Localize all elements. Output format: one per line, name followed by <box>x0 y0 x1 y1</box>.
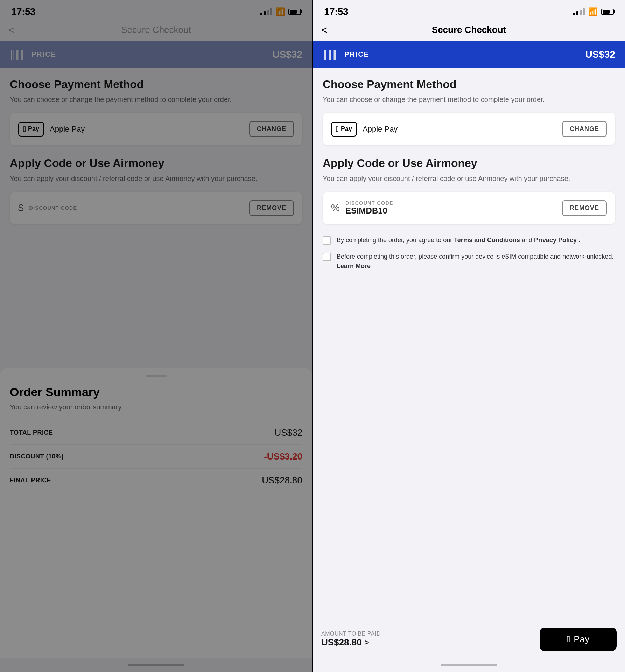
payment-card-left:  Pay Apple Pay CHANGE <box>10 113 302 145</box>
change-payment-button-right[interactable]: CHANGE <box>562 121 607 137</box>
price-value-left: US$32 <box>272 49 302 60</box>
final-price-label: FINAL PRICE <box>10 477 51 484</box>
signal-icon-right <box>573 8 585 15</box>
final-price-value: US$28.80 <box>262 475 302 486</box>
status-icons-left: 📶 <box>260 7 301 16</box>
privacy-link[interactable]: Privacy Policy <box>534 237 577 244</box>
discount-icon-right: % <box>331 202 340 214</box>
payment-title-left: Choose Payment Method <box>10 78 302 91</box>
bottom-bar-right: AMOUNT TO BE PAID US$28.80 >  Pay <box>313 621 625 658</box>
airmoney-desc-right: You can apply your discount / referral c… <box>323 174 615 183</box>
payment-title-right: Choose Payment Method <box>323 78 615 91</box>
barcode-icon-right: ‖‖‖ <box>323 49 337 60</box>
content-right: Choose Payment Method You can choose or … <box>313 68 625 621</box>
esim-checkbox[interactable] <box>323 253 331 261</box>
order-summary-desc: You can review your order summary. <box>10 403 302 411</box>
apple-pay-logo-icon:  <box>567 634 570 645</box>
nav-title-right: Secure Checkout <box>432 24 506 35</box>
status-bar-right: 17:53 📶 <box>313 0 625 21</box>
discount-card-left: $️ DISCOUNT CODE REMOVE <box>10 192 302 224</box>
final-price-row: FINAL PRICE US$28.80 <box>10 469 302 492</box>
airmoney-title-right: Apply Code or Use Airmoney <box>323 156 615 170</box>
terms-checkbox[interactable] <box>323 236 331 245</box>
price-bar-left: ‖‖‖ PRICE US$32 <box>0 41 312 68</box>
discount-price-value: -US$3.20 <box>264 451 302 462</box>
amount-value: US$28.80 <box>321 637 362 648</box>
discount-row-right: % DISCOUNT CODE ESIMDB10 REMOVE <box>331 200 607 216</box>
nav-bar-left: < Secure Checkout <box>0 21 312 41</box>
nav-title-left: Secure Checkout <box>121 24 191 35</box>
amount-value-row: US$28.80 > <box>321 637 534 648</box>
nav-bar-right: < Secure Checkout <box>313 21 625 41</box>
right-panel: 17:53 📶 < Secure Checkout ‖‖‖ PRICE US$3… <box>313 0 625 672</box>
terms-link[interactable]: Terms and Conditions <box>454 237 520 244</box>
home-indicator-left <box>0 658 312 672</box>
esim-text: Before completing this order, please con… <box>337 252 615 271</box>
airmoney-title-left: Apply Code or Use Airmoney <box>10 156 302 170</box>
discount-info-right: DISCOUNT CODE ESIMDB10 <box>345 200 556 216</box>
payment-row-right:  Pay Apple Pay CHANGE <box>331 121 607 137</box>
total-price-label: TOTAL PRICE <box>10 429 53 436</box>
payment-row-left:  Pay Apple Pay CHANGE <box>18 121 294 137</box>
payment-method-name-left: Apple Pay <box>50 125 244 134</box>
back-button-right[interactable]: < <box>321 24 328 36</box>
home-indicator-right <box>313 658 625 672</box>
discount-info-left: DISCOUNT CODE <box>29 205 244 211</box>
esim-checkbox-row: Before completing this order, please con… <box>323 252 615 271</box>
status-time-left: 17:53 <box>11 6 35 18</box>
discount-price-label: DISCOUNT (10%) <box>10 453 64 460</box>
apple-logo-icon-right:  <box>336 125 339 134</box>
change-payment-button-left[interactable]: CHANGE <box>249 121 294 137</box>
payment-desc-left: You can choose or change the payment met… <box>10 94 302 104</box>
price-bar-right: ‖‖‖ PRICE US$32 <box>313 41 625 68</box>
wifi-icon-left: 📶 <box>275 7 285 16</box>
discount-label-left: DISCOUNT CODE <box>29 205 244 211</box>
apple-pay-button[interactable]:  Pay <box>540 628 617 651</box>
barcode-icon-left: ‖‖‖ <box>10 49 24 60</box>
remove-discount-button-left[interactable]: REMOVE <box>249 200 294 216</box>
apple-logo-icon-left:  <box>23 125 26 134</box>
discount-row-left: $️ DISCOUNT CODE REMOVE <box>18 200 294 216</box>
terms-checkbox-row: By completing the order, you agree to ou… <box>323 236 615 245</box>
order-summary-sheet: Order Summary You can review your order … <box>0 368 312 658</box>
content-left: Choose Payment Method You can choose or … <box>0 68 312 361</box>
discount-label-right: DISCOUNT CODE <box>345 200 556 206</box>
discount-code-display: ESIMDB10 <box>345 206 556 216</box>
status-time-right: 17:53 <box>324 6 348 18</box>
order-summary-title: Order Summary <box>10 385 302 399</box>
discount-card-right: % DISCOUNT CODE ESIMDB10 REMOVE <box>323 192 615 224</box>
remove-discount-button-right[interactable]: REMOVE <box>562 200 607 216</box>
apple-pay-label-left: Pay <box>28 125 39 133</box>
airmoney-desc-left: You can apply your discount / referral c… <box>10 174 302 183</box>
price-label-right: PRICE <box>344 50 578 58</box>
apple-pay-logo-right:  Pay <box>331 122 357 136</box>
amount-label: AMOUNT TO BE PAID <box>321 631 534 637</box>
status-bar-left: 17:53 📶 <box>0 0 312 21</box>
price-value-right: US$32 <box>585 49 615 60</box>
status-icons-right: 📶 <box>573 7 614 16</box>
checkbox-section: By completing the order, you agree to ou… <box>323 236 615 271</box>
wifi-icon-right: 📶 <box>588 7 598 16</box>
payment-method-name-right: Apple Pay <box>363 125 556 134</box>
payment-desc-right: You can choose or change the payment met… <box>323 94 615 104</box>
learn-more-link[interactable]: Learn More <box>337 262 371 270</box>
amount-chevron-icon: > <box>365 638 369 647</box>
discount-row: DISCOUNT (10%) -US$3.20 <box>10 445 302 469</box>
back-button-left[interactable]: < <box>8 24 15 36</box>
amount-section: AMOUNT TO BE PAID US$28.80 > <box>321 631 534 648</box>
pay-button-label: Pay <box>574 634 589 645</box>
total-price-value: US$32 <box>275 427 303 438</box>
payment-card-right:  Pay Apple Pay CHANGE <box>323 113 615 145</box>
signal-icon-left <box>260 8 272 15</box>
price-label-left: PRICE <box>31 50 265 58</box>
battery-icon-right <box>601 9 614 15</box>
total-price-row: TOTAL PRICE US$32 <box>10 421 302 445</box>
left-panel: 17:53 📶 < Secure Checkout ‖‖‖ PRICE US$3… <box>0 0 312 672</box>
apple-pay-label-right: Pay <box>341 125 352 133</box>
battery-icon-left <box>288 9 301 15</box>
apple-pay-logo-left:  Pay <box>18 122 44 136</box>
sheet-handle <box>146 375 167 377</box>
terms-text: By completing the order, you agree to ou… <box>337 236 580 245</box>
discount-icon-left: $️ <box>18 202 24 214</box>
